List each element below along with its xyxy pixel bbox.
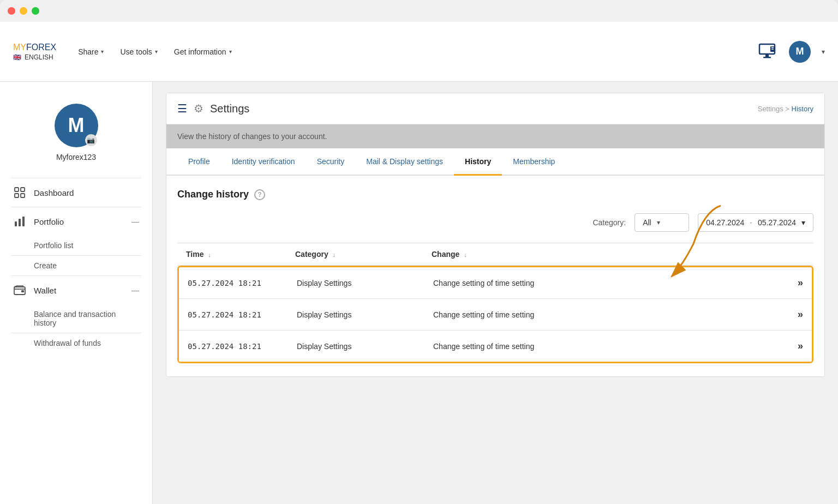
nav-get-information-label: Get information xyxy=(174,47,226,56)
category-select[interactable]: All ▾ xyxy=(635,213,689,232)
minimize-button[interactable] xyxy=(20,7,27,15)
category-selected-value: All xyxy=(643,218,651,227)
row-arrow-2: » xyxy=(798,309,803,320)
arrow-overlay-wrap: 05.27.2024 18:21 Display Settings Change… xyxy=(177,266,813,363)
date-range-chevron: ▾ xyxy=(801,218,805,227)
row-time-2: 05.27.2024 18:21 xyxy=(188,310,297,319)
category-select-chevron: ▾ xyxy=(657,219,660,226)
nav-share[interactable]: Share ▾ xyxy=(78,47,104,56)
logo-my: MY xyxy=(13,43,26,52)
topbar: MY FOREX 🇬🇧 ENGLISH Share ▾ Use tools ▾ … xyxy=(0,22,838,82)
row-arrow-1: » xyxy=(798,277,803,289)
svg-rect-2 xyxy=(763,57,771,58)
nav-use-tools[interactable]: Use tools ▾ xyxy=(120,47,157,56)
tab-profile[interactable]: Profile xyxy=(177,148,221,175)
row-category-1: Display Settings xyxy=(297,279,433,287)
help-icon[interactable]: ? xyxy=(254,189,265,200)
content-area: ☰ ⚙ Settings Settings > History View the… xyxy=(153,82,838,504)
settings-panel: ☰ ⚙ Settings Settings > History View the… xyxy=(166,93,825,377)
settings-header: ☰ ⚙ Settings Settings > History xyxy=(166,93,824,124)
change-history-title-text: Change history xyxy=(177,189,249,200)
sidebar-item-withdrawal[interactable]: Withdrawal of funds xyxy=(0,333,152,353)
row-category-2: Display Settings xyxy=(297,310,433,319)
nav-use-tools-chevron: ▾ xyxy=(155,49,158,55)
tab-mail-display-settings[interactable]: Mail & Display settings xyxy=(355,148,454,175)
date-range-picker[interactable]: 04.27.2024 - 05.27.2024 ▾ xyxy=(698,213,813,232)
nav-share-label: Share xyxy=(78,47,98,56)
svg-rect-10 xyxy=(15,221,17,226)
breadcrumb: Settings > History xyxy=(758,105,813,113)
svg-rect-8 xyxy=(15,194,19,197)
nav-get-information-chevron: ▾ xyxy=(229,49,232,55)
tab-membership[interactable]: Membership xyxy=(502,148,566,175)
breadcrumb-separator: > xyxy=(785,105,791,113)
settings-title-area: ☰ ⚙ Settings xyxy=(177,102,249,115)
row-time-1: 05.27.2024 18:21 xyxy=(188,279,297,287)
sidebar-profile: M 📷 Myforex123 xyxy=(0,93,152,178)
history-table: Time ↓ Category ↓ Change ↓ xyxy=(177,243,813,266)
breadcrumb-current[interactable]: History xyxy=(792,105,813,113)
sidebar-dashboard-label: Dashboard xyxy=(34,188,139,197)
sidebar-item-create[interactable]: Create xyxy=(0,256,152,275)
table-row[interactable]: 05.27.2024 18:21 Display Settings Change… xyxy=(179,267,812,299)
sidebar-item-balance[interactable]: Balance and transaction history xyxy=(0,304,152,333)
svg-rect-7 xyxy=(21,188,25,191)
wallet-icon xyxy=(13,284,26,297)
svg-rect-1 xyxy=(765,54,769,57)
logo-area: MY FOREX 🇬🇧 ENGLISH xyxy=(13,43,56,61)
row-change-3: Change setting of time setting xyxy=(433,342,798,351)
sidebar-item-dashboard[interactable]: Dashboard xyxy=(0,178,152,207)
col-header-time[interactable]: Time ↓ xyxy=(177,243,286,266)
banner-text: View the history of changes to your acco… xyxy=(177,132,327,141)
svg-rect-14 xyxy=(21,290,24,292)
user-avatar-top[interactable]: M xyxy=(789,41,811,63)
time-sort-icon: ↓ xyxy=(208,251,211,258)
main-layout: M 📷 Myforex123 Dashboard xyxy=(0,82,838,504)
gear-icon: ⚙ xyxy=(194,102,203,115)
topbar-right: M ▾ xyxy=(756,40,825,64)
col-header-category[interactable]: Category ↓ xyxy=(286,243,423,266)
settings-banner: View the history of changes to your acco… xyxy=(166,124,824,148)
tab-history[interactable]: History xyxy=(454,148,502,175)
avatar-camera-button[interactable]: 📷 xyxy=(85,134,97,146)
date-separator: - xyxy=(750,218,752,227)
table-row[interactable]: 05.27.2024 18:21 Display Settings Change… xyxy=(179,299,812,331)
nav-get-information[interactable]: Get information ▾ xyxy=(174,47,232,56)
portfolio-collapse-icon: — xyxy=(131,217,139,226)
change-sort-icon: ↓ xyxy=(464,251,467,258)
breadcrumb-base: Settings xyxy=(758,105,783,113)
settings-tabs: Profile Identity verification Security M… xyxy=(166,148,824,176)
tab-security[interactable]: Security xyxy=(306,148,356,175)
sidebar-item-wallet[interactable]: Wallet — xyxy=(0,276,152,304)
col-header-change[interactable]: Change ↓ xyxy=(423,243,813,266)
filter-label: Category: xyxy=(592,218,626,227)
hamburger-icon[interactable]: ☰ xyxy=(177,102,187,115)
wallet-collapse-icon: — xyxy=(131,286,139,295)
svg-rect-6 xyxy=(15,188,19,191)
sidebar: M 📷 Myforex123 Dashboard xyxy=(0,82,153,504)
row-category-3: Display Settings xyxy=(297,342,433,351)
highlighted-rows: 05.27.2024 18:21 Display Settings Change… xyxy=(177,266,813,363)
table-row[interactable]: 05.27.2024 18:21 Display Settings Change… xyxy=(179,331,812,362)
svg-rect-11 xyxy=(19,219,21,226)
sidebar-portfolio-label: Portfolio xyxy=(34,217,124,226)
user-menu-chevron[interactable]: ▾ xyxy=(822,48,825,56)
tab-identity-verification[interactable]: Identity verification xyxy=(221,148,306,175)
monitor-icon-button[interactable] xyxy=(756,40,780,64)
flag-icon: 🇬🇧 xyxy=(13,53,21,61)
sidebar-item-portfolio[interactable]: Portfolio — xyxy=(0,207,152,236)
grid-icon xyxy=(13,186,26,199)
row-change-2: Change setting of time setting xyxy=(433,310,798,319)
svg-rect-9 xyxy=(21,194,25,197)
nav-use-tools-label: Use tools xyxy=(120,47,152,56)
svg-rect-12 xyxy=(22,217,25,226)
profile-name: Myforex123 xyxy=(56,153,96,161)
nav-share-chevron: ▾ xyxy=(101,49,104,55)
logo-forex: FOREX xyxy=(26,43,56,52)
close-button[interactable] xyxy=(8,7,15,15)
row-arrow-3: » xyxy=(798,340,803,352)
bar-chart-icon xyxy=(13,215,26,228)
sidebar-item-portfolio-list[interactable]: Portfolio list xyxy=(0,236,152,255)
date-from: 04.27.2024 xyxy=(706,218,744,227)
maximize-button[interactable] xyxy=(32,7,39,15)
